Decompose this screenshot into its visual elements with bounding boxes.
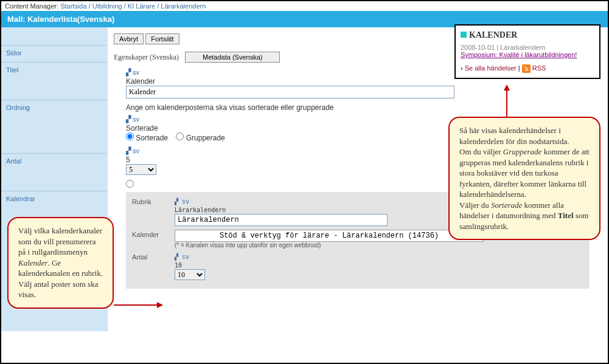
titel-input[interactable] <box>126 86 454 98</box>
subantal-select[interactable]: 10 <box>175 269 205 280</box>
kalender-preview: KALENDER 2008-10-01 | Lärarkalendern Sym… <box>454 24 600 79</box>
kalendrar-row-radio[interactable] <box>126 180 134 188</box>
rubrik-label: Rubrik <box>132 197 175 226</box>
crumb-ki-larare[interactable]: KI Lärare <box>128 2 155 10</box>
crumb-utbildning[interactable]: Utbildning <box>92 2 122 10</box>
rubrik-input[interactable] <box>175 214 388 226</box>
callout-left: Välj vilka kalenderkanaler som du vill p… <box>7 217 114 309</box>
kalender-label: Kalender <box>132 230 175 249</box>
flag-icon: ▞ <box>175 253 178 260</box>
flag-icon: ▞ <box>126 147 131 154</box>
sidebar-sidor: Sidor <box>1 46 108 63</box>
subantal-label: Antal <box>132 252 175 280</box>
sidebar-antal: Antal <box>1 154 108 191</box>
rss-icon: ๖ <box>522 64 531 73</box>
arrow-icon <box>114 304 161 306</box>
kalender-select[interactable]: Stöd & verktyg för lärare - Lärarkalende… <box>175 230 484 242</box>
sidebar-titel: Titel <box>1 63 108 100</box>
metadata-button[interactable]: Metadata (Svenska) <box>185 52 280 63</box>
flag-icon: ▞ <box>126 69 131 76</box>
flag-icon: ▞ <box>126 115 131 123</box>
chevron-right-icon: › <box>461 64 463 72</box>
callout-right: Så här visas kalenderhändelser i kalende… <box>448 117 600 240</box>
ordning-sorterade[interactable]: Sorterade <box>126 132 168 142</box>
flag-icon: ▞ <box>175 198 178 205</box>
kalender-heading: KALENDER <box>461 30 594 40</box>
crumb-startsida[interactable]: Startsida <box>60 2 86 10</box>
ordning-grupperade[interactable]: Grupperade <box>176 132 224 142</box>
avbryt-button[interactable]: Avbryt <box>114 33 144 44</box>
fortsatt-button[interactable]: Fortsätt <box>145 33 179 44</box>
antal-select[interactable]: 5 <box>126 164 156 175</box>
arrow-icon <box>506 86 507 117</box>
rss-link[interactable]: RSS <box>532 64 546 72</box>
turquoise-square-icon <box>461 32 467 38</box>
see-all-link[interactable]: Se alla händelser <box>465 64 517 72</box>
breadcrumb: Content Manager: Startsida / Utbildning … <box>1 1 608 11</box>
crumb-lararkalendern[interactable]: Lärarkalendern <box>161 2 206 10</box>
sidebar-ordning: Ordning <box>1 100 108 154</box>
event-link[interactable]: Symposium: Kvalité i läkarutbildningen! <box>461 51 577 58</box>
